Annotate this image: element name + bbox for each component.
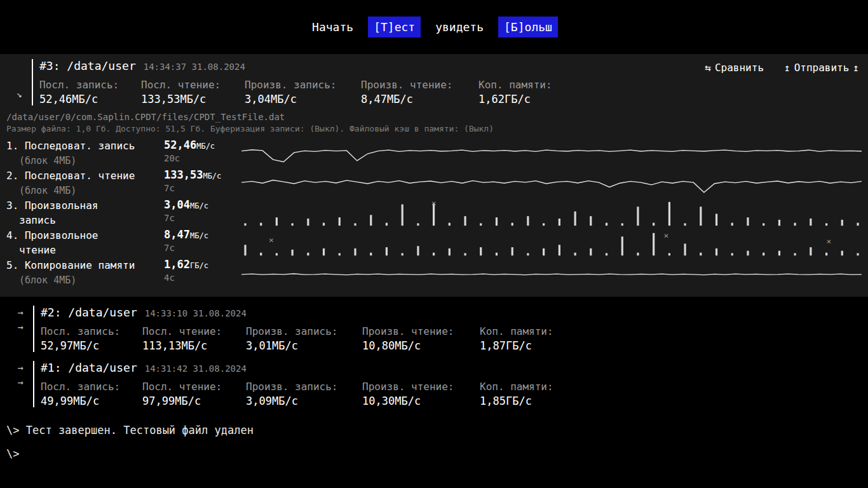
- metric-label: Произв. запись:: [246, 381, 362, 393]
- test-name-cell: 5. Копирование памяти(блок 4МБ): [6, 258, 164, 287]
- test-name: 1. Последоват. запись: [6, 139, 164, 154]
- test-name: 4. Произвольное: [6, 228, 164, 243]
- metric-value: 10,80МБ/с: [362, 339, 480, 352]
- send-icon: ↥: [784, 62, 790, 74]
- metric-value: 1,87ГБ/с: [480, 339, 860, 352]
- result-title: #1: /data/user: [41, 361, 137, 374]
- metric-label: Произв. чтение:: [362, 325, 480, 337]
- result-metric-labels: Посл. запись:Посл. чтение:Произв. запись…: [41, 325, 860, 337]
- menu-item-1[interactable]: Начать: [310, 17, 355, 37]
- expand-arrow-icon[interactable]: →: [17, 308, 23, 318]
- test-row-3: 3. Произвольнаязапись3,04МБ/с7с×: [6, 198, 862, 228]
- test-chart-3: ×: [241, 198, 862, 228]
- history-title-row: #1: /data/user14:31:42 31.08.2024: [41, 361, 860, 377]
- history-gutter: →→: [8, 306, 33, 352]
- console-prompt: \>: [6, 447, 862, 460]
- metric-value: 8,47МБ/с: [361, 93, 478, 105]
- top-menu: Начать[Т]естувидеть[Б]ольш: [0, 0, 868, 54]
- test-chart-1: [241, 139, 862, 168]
- test-speed-unit: МБ/с: [190, 231, 208, 240]
- result-metric-labels: Посл. запись:Посл. чтение:Произв. запись…: [39, 79, 862, 91]
- menu-item-4[interactable]: [Б]ольш: [498, 17, 558, 37]
- menu-item-2[interactable]: [Т]ест: [368, 17, 421, 37]
- test-row-2: 2. Последоват. чтение(блок 4МБ)133,53МБ/…: [6, 168, 862, 198]
- test-row-5: 5. Копирование памяти(блок 4МБ)1,62ГБ/с4…: [6, 258, 862, 288]
- send-button[interactable]: ↥Отправить↥: [784, 62, 859, 74]
- test-chart-2: [241, 168, 862, 198]
- test-speed-unit: ГБ/с: [190, 261, 208, 270]
- metric-label: Произв. запись:: [246, 325, 362, 337]
- test-file-details: Размер файла: 1,0 Гб. Доступно: 51,5 Гб.…: [6, 124, 862, 133]
- metric-value: 3,04МБ/с: [245, 93, 361, 105]
- metric-value: 3,01МБ/с: [246, 339, 362, 352]
- test-speed-value: 8,47: [164, 228, 190, 241]
- test-value-cell: 133,53МБ/с7с: [164, 168, 241, 195]
- result-timestamp: 14:33:10 31.08.2024: [145, 308, 247, 318]
- metric-value: 133,53МБ/с: [141, 93, 245, 105]
- test-name: 3. Произвольная: [6, 198, 164, 214]
- history-entry-1[interactable]: →→#1: /data/user14:31:42 31.08.2024Посл.…: [8, 361, 860, 407]
- test-speed-unit: МБ/с: [203, 172, 221, 180]
- test-speed: 133,53МБ/с: [164, 168, 241, 181]
- test-speed: 1,62ГБ/с: [164, 258, 241, 271]
- history-body: #2: /data/user14:33:10 31.08.2024Посл. з…: [34, 306, 860, 352]
- expand-arrow-icon[interactable]: →: [17, 323, 23, 332]
- tests-list: 1. Последоват. запись(блок 4МБ)52,46МБ/с…: [6, 139, 862, 288]
- metric-label: Посл. чтение:: [142, 325, 246, 337]
- test-value-cell: 8,47МБ/с7с: [164, 228, 241, 255]
- test-subtitle: запись: [6, 214, 164, 227]
- result-title: #2: /data/user: [41, 306, 137, 319]
- test-name-cell: 3. Произвольнаязапись: [6, 198, 164, 227]
- test-speed-value: 3,04: [164, 198, 190, 211]
- result-metric-values: 52,97МБ/с113,13МБ/с3,01МБ/с10,80МБ/с1,87…: [41, 339, 860, 352]
- expand-arrow-icon[interactable]: →: [17, 363, 23, 373]
- metric-label: Посл. запись:: [39, 79, 141, 91]
- test-subtitle: (блок 4МБ): [6, 184, 164, 198]
- history-entry-2[interactable]: →→#2: /data/user14:33:10 31.08.2024Посл.…: [8, 306, 860, 352]
- current-result-panel: ↘ #3: /data/user 14:34:37 31.08.2024 ⇆Ср…: [0, 54, 868, 297]
- result-gutter: ↘: [6, 59, 32, 105]
- collapse-arrow-icon[interactable]: ↘: [16, 90, 22, 99]
- send-label: Отправить: [794, 62, 850, 74]
- metric-value: 97,99МБ/с: [142, 395, 246, 407]
- svg-text:×: ×: [826, 236, 831, 246]
- metric-label: Коп. памяти:: [480, 325, 860, 337]
- result-actions: ⇆Сравнить↥Отправить↥: [705, 62, 862, 74]
- metric-value: 1,62ГБ/с: [478, 93, 862, 105]
- test-speed-value: 133,53: [164, 168, 203, 181]
- test-subtitle: (блок 4МБ): [6, 273, 164, 287]
- test-speed-unit: МБ/с: [196, 142, 215, 151]
- history-gutter: →→: [8, 361, 33, 407]
- history-section: →→#2: /data/user14:33:10 31.08.2024Посл.…: [0, 297, 868, 407]
- test-chart-5: [241, 258, 862, 288]
- metric-label: Посл. запись:: [41, 325, 142, 337]
- send-icon: ↥: [853, 62, 859, 74]
- history-body: #1: /data/user14:31:42 31.08.2024Посл. з…: [34, 361, 860, 407]
- current-result: ↘ #3: /data/user 14:34:37 31.08.2024 ⇆Ср…: [6, 59, 862, 105]
- result-timestamp: 14:31:42 31.08.2024: [145, 363, 247, 374]
- compare-button[interactable]: ⇆Сравнить: [705, 62, 764, 74]
- metric-value: 1,85ГБ/с: [480, 395, 860, 407]
- test-row-1: 1. Последоват. запись(блок 4МБ)52,46МБ/с…: [6, 139, 862, 168]
- result-metric-values: 49,99МБ/с97,99МБ/с3,09МБ/с10,30МБ/с1,85Г…: [41, 395, 860, 407]
- svg-text:×: ×: [431, 200, 437, 208]
- menu-item-3[interactable]: увидеть: [433, 17, 485, 37]
- test-value-cell: 52,46МБ/с20с: [164, 139, 241, 165]
- test-value-cell: 1,62ГБ/с4с: [164, 258, 241, 285]
- test-duration: 7с: [164, 181, 241, 195]
- result-metric-values: 52,46МБ/с133,53МБ/с3,04МБ/с8,47МБ/с1,62Г…: [39, 93, 862, 105]
- metric-label: Произв. запись:: [245, 79, 361, 91]
- metric-value: 113,13МБ/с: [142, 339, 246, 352]
- metric-value: 52,46МБ/с: [39, 93, 141, 105]
- metric-label: Посл. чтение:: [141, 79, 245, 91]
- expand-arrow-icon[interactable]: →: [17, 378, 23, 388]
- test-name: 2. Последоват. чтение: [6, 168, 164, 184]
- metric-value: 49,99МБ/с: [41, 395, 142, 407]
- test-duration: 20с: [164, 151, 241, 165]
- history-title-row: #2: /data/user14:33:10 31.08.2024: [41, 306, 860, 322]
- metric-value: 52,97МБ/с: [41, 339, 142, 352]
- test-speed: 8,47МБ/с: [164, 228, 241, 241]
- compare-label: Сравнить: [715, 62, 764, 74]
- test-name-cell: 2. Последоват. чтение(блок 4МБ): [6, 168, 164, 198]
- metric-label: Произв. чтение:: [361, 79, 478, 91]
